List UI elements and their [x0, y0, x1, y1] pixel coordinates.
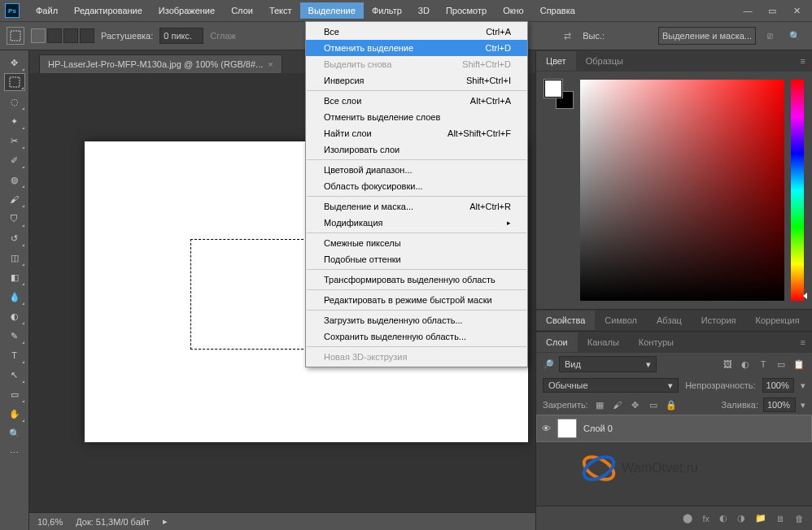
- menu-файл[interactable]: Файл: [28, 2, 66, 19]
- pen-tool[interactable]: ✎: [4, 327, 25, 345]
- fill-input[interactable]: 100%: [763, 398, 796, 412]
- new-layer-icon[interactable]: 🗎: [776, 514, 785, 523]
- visibility-toggle-icon[interactable]: 👁: [542, 424, 551, 433]
- tab-adjustments[interactable]: Коррекция: [746, 311, 810, 330]
- filter-kind-select[interactable]: Вид▾: [559, 356, 657, 372]
- eraser-tool[interactable]: ◫: [4, 249, 25, 267]
- menu-просмотр[interactable]: Просмотр: [438, 2, 495, 19]
- foreground-color[interactable]: [544, 80, 562, 98]
- edit-toolbar[interactable]: ⋯: [4, 444, 25, 462]
- tab-swatches[interactable]: Образцы: [576, 51, 633, 71]
- menu-item[interactable]: Цветовой диапазон...: [306, 162, 527, 178]
- filter-adjust-icon[interactable]: ◐: [739, 358, 752, 371]
- tab-color[interactable]: Цвет: [536, 51, 576, 71]
- filter-shape-icon[interactable]: ▭: [775, 358, 788, 371]
- tab-layers[interactable]: Слои: [536, 332, 578, 352]
- selection-add[interactable]: [47, 28, 62, 43]
- feather-input[interactable]: [159, 28, 203, 44]
- hand-tool[interactable]: ✋: [4, 405, 25, 423]
- link-layers-icon[interactable]: ⬤: [683, 513, 692, 523]
- blend-mode-select[interactable]: Обычные▾: [543, 378, 679, 393]
- lock-position-icon[interactable]: ✥: [629, 398, 642, 411]
- menu-item[interactable]: Смежные пикселы: [306, 235, 527, 251]
- tab-history[interactable]: История: [692, 311, 746, 330]
- layer-row[interactable]: 👁 Слой 0: [536, 415, 812, 442]
- minimize-button[interactable]: —: [737, 3, 758, 18]
- gradient-tool[interactable]: ◧: [4, 268, 25, 286]
- menu-item[interactable]: ИнверсияShift+Ctrl+I: [306, 72, 527, 89]
- crop-tool[interactable]: ✂: [4, 132, 25, 150]
- status-chevron-icon[interactable]: ▸: [163, 516, 168, 527]
- color-field[interactable]: [580, 80, 784, 301]
- menu-текст[interactable]: Текст: [261, 2, 300, 19]
- menu-item[interactable]: Изолировать слои: [306, 141, 527, 158]
- zoom-level[interactable]: 10,6%: [37, 517, 63, 527]
- select-and-mask-button[interactable]: Выделение и маска...: [658, 27, 756, 45]
- menu-слои[interactable]: Слои: [223, 2, 261, 19]
- tab-properties[interactable]: Свойства: [536, 311, 595, 330]
- menu-item[interactable]: Редактировать в режиме быстрой маски: [306, 292, 527, 308]
- menu-item[interactable]: Подобные оттенки: [306, 251, 527, 267]
- clone-stamp-tool[interactable]: ⛉: [4, 210, 25, 228]
- shape-tool[interactable]: ▭: [4, 385, 25, 403]
- menu-item[interactable]: Сохранить выделенную область...: [306, 328, 527, 345]
- panel-menu-icon[interactable]: ≡: [810, 315, 812, 325]
- opacity-input[interactable]: 100%: [762, 378, 794, 393]
- menu-item[interactable]: Отменить выделение слоев: [306, 109, 527, 125]
- search-icon[interactable]: 🔍: [784, 31, 805, 41]
- menu-item[interactable]: Загрузить выделенную область...: [306, 312, 527, 328]
- layer-mask-icon[interactable]: ◐: [719, 513, 727, 523]
- tab-channels[interactable]: Каналы: [578, 332, 629, 352]
- menu-справка[interactable]: Справка: [532, 2, 583, 19]
- brush-tool[interactable]: 🖌: [4, 190, 25, 208]
- zoom-tool[interactable]: 🔍: [4, 424, 25, 442]
- blur-tool[interactable]: 💧: [4, 288, 25, 306]
- tab-character[interactable]: Символ: [595, 311, 647, 330]
- panel-menu-icon[interactable]: ≡: [794, 337, 812, 347]
- dodge-tool[interactable]: ◐: [4, 307, 25, 325]
- tab-close-icon[interactable]: ×: [268, 59, 273, 69]
- hue-slider[interactable]: [791, 80, 804, 301]
- lock-pixels-icon[interactable]: 🖌: [611, 398, 624, 411]
- menu-item[interactable]: Отменить выделениеCtrl+D: [306, 40, 527, 56]
- menu-выделение[interactable]: Выделение: [300, 2, 364, 19]
- menu-окно[interactable]: Окно: [495, 2, 532, 19]
- type-tool[interactable]: T: [4, 346, 25, 364]
- lock-artboard-icon[interactable]: ▭: [647, 398, 660, 411]
- fg-bg-swatch[interactable]: [544, 80, 574, 109]
- selection-new[interactable]: [31, 28, 46, 43]
- menu-item[interactable]: Все слоиAlt+Ctrl+A: [306, 93, 527, 109]
- filter-pixel-icon[interactable]: 🖼: [721, 358, 734, 371]
- layer-fx-icon[interactable]: fx: [702, 514, 709, 523]
- menu-item[interactable]: Найти слоиAlt+Shift+Ctrl+F: [306, 125, 527, 141]
- delete-layer-icon[interactable]: 🗑: [795, 514, 804, 523]
- lock-all-icon[interactable]: 🔒: [665, 398, 678, 411]
- tab-paths[interactable]: Контуры: [629, 332, 683, 352]
- menu-item[interactable]: Модификация: [306, 215, 527, 231]
- panel-menu-icon[interactable]: ≡: [794, 56, 812, 66]
- filter-smart-icon[interactable]: 📋: [792, 358, 805, 371]
- tool-preset-picker[interactable]: [7, 27, 24, 45]
- tab-paragraph[interactable]: Абзац: [647, 311, 692, 330]
- selection-intersect[interactable]: [80, 28, 94, 43]
- menu-item[interactable]: Выделение и маска...Alt+Ctrl+R: [306, 198, 527, 215]
- layer-name[interactable]: Слой 0: [583, 424, 613, 433]
- layer-thumbnail[interactable]: [557, 419, 577, 438]
- menu-item[interactable]: Область фокусировки...: [306, 178, 527, 194]
- magic-wand-tool[interactable]: ✦: [4, 112, 25, 130]
- options-gear-icon[interactable]: ⇄: [559, 31, 576, 41]
- menu-item[interactable]: ВсеCtrl+A: [306, 24, 527, 40]
- lock-transparency-icon[interactable]: ▦: [593, 398, 606, 411]
- filter-type-icon[interactable]: T: [757, 358, 770, 371]
- adjustment-layer-icon[interactable]: ◑: [737, 513, 745, 523]
- menu-3d[interactable]: 3D: [410, 2, 438, 19]
- filter-search-icon[interactable]: 🔎: [543, 359, 554, 370]
- new-group-icon[interactable]: 📁: [755, 513, 766, 523]
- eyedropper-tool[interactable]: ✐: [4, 151, 25, 169]
- menu-изображение[interactable]: Изображение: [151, 2, 223, 19]
- healing-brush-tool[interactable]: ◍: [4, 171, 25, 189]
- move-tool[interactable]: ✥: [4, 54, 25, 72]
- marquee-tool[interactable]: [4, 73, 25, 91]
- selection-subtract[interactable]: [63, 28, 78, 43]
- menu-редактирование[interactable]: Редактирование: [66, 2, 151, 19]
